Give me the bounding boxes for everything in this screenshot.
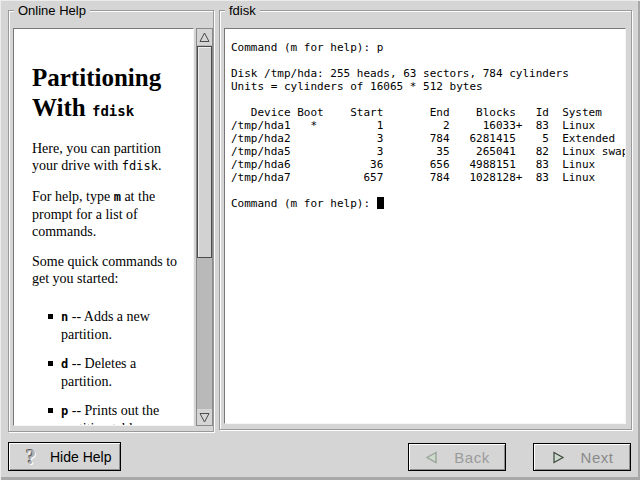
help-scrollbar[interactable] xyxy=(196,28,213,426)
list-item: d -- Deletes a partition. xyxy=(61,355,185,390)
online-help-frame-label: Online Help xyxy=(14,3,90,18)
arrow-down-icon xyxy=(199,412,210,423)
help-title: Partitioning With fdisk xyxy=(32,63,185,126)
help-command-list: n -- Adds a new partition. d -- Deletes … xyxy=(32,308,185,426)
back-button[interactable]: Back xyxy=(408,443,506,471)
help-paragraph-3: Some quick commands to get you started: xyxy=(32,253,185,287)
list-item: n -- Adds a new partition. xyxy=(61,308,185,343)
terminal-output: Command (m for help): p Disk /tmp/hda: 2… xyxy=(225,29,625,210)
hide-help-button[interactable]: ? Hide Help xyxy=(8,442,121,471)
online-help-frame: Online Help Partitioning With fdisk Here… xyxy=(8,10,214,432)
scroll-down-button[interactable] xyxy=(197,409,212,425)
arrow-left-icon xyxy=(424,450,439,465)
fdisk-terminal[interactable]: Command (m for help): p Disk /tmp/hda: 2… xyxy=(224,28,626,424)
question-mark-icon: ? xyxy=(26,447,36,467)
help-paragraph-1: Here, you can partition your drive with … xyxy=(32,140,185,175)
help-paragraph-2: For help, type m at the prompt for a lis… xyxy=(32,188,185,240)
terminal-text: Command (m for help): p Disk /tmp/hda: 2… xyxy=(231,41,626,210)
installer-screen: { "colors": { "background": "#d5d5d5", "… xyxy=(0,0,640,480)
help-title-code: fdisk xyxy=(92,103,134,119)
terminal-cursor xyxy=(377,197,384,209)
fdisk-frame: fdisk Command (m for help): p Disk /tmp/… xyxy=(219,10,632,430)
fdisk-frame-label: fdisk xyxy=(225,3,260,18)
scrollbar-thumb[interactable] xyxy=(197,46,212,258)
arrow-right-icon xyxy=(551,450,566,465)
next-button[interactable]: Next xyxy=(533,443,631,471)
list-item: p -- Prints out the partition table. xyxy=(61,402,185,426)
scroll-up-button[interactable] xyxy=(197,29,212,45)
arrow-up-icon xyxy=(199,32,210,43)
help-content-area: Partitioning With fdisk Here, you can pa… xyxy=(13,28,194,426)
help-text: Partitioning With fdisk Here, you can pa… xyxy=(14,29,193,426)
